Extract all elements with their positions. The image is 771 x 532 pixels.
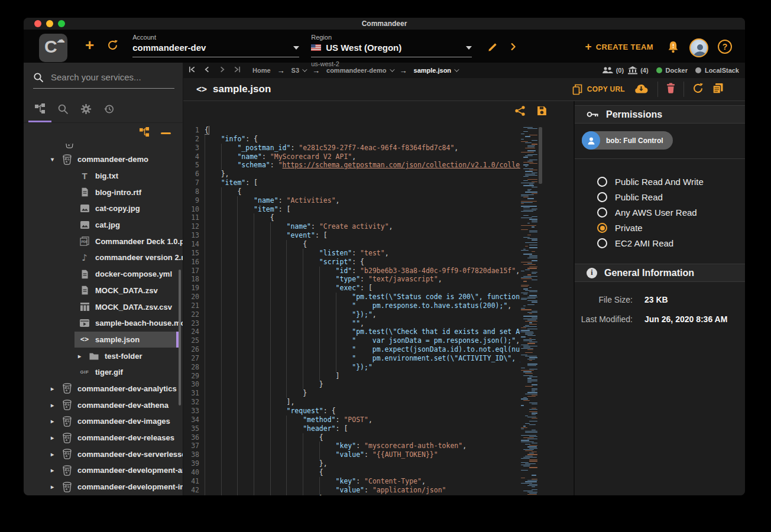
nav-forward-button[interactable] <box>218 65 226 76</box>
user-avatar[interactable] <box>689 38 708 57</box>
code-line[interactable]: " pm.expect(jsonData.id).to.not.eql(null… <box>205 345 520 354</box>
tree-item[interactable]: PDF Commandeer Deck 1.0.pdf <box>24 233 183 249</box>
code-line[interactable]: "script": { <box>205 258 520 267</box>
code-line[interactable]: { <box>205 213 520 222</box>
code-line[interactable]: "id": "b29be6b3-38a8-4d0c-9ff9-0f7820dae… <box>205 267 520 275</box>
radio-icon[interactable] <box>597 207 607 218</box>
code-line[interactable]: "request": { <box>205 407 520 416</box>
acl-option-any-aws-user-read[interactable]: Any AWS User Read <box>597 207 745 218</box>
tree-item[interactable]: ▸ commandeer-dev-images <box>24 413 183 430</box>
editor-body[interactable]: 1234567891011121314151617181920212223242… <box>183 122 574 495</box>
tree-item[interactable]: ▸ commandeer-development-analytic <box>24 462 183 479</box>
code-line[interactable]: "event": [ <box>205 231 520 240</box>
sidebar-scrollbar[interactable] <box>179 270 181 406</box>
code-line[interactable]: { <box>205 126 520 135</box>
create-team-button[interactable]: + CREATE TEAM <box>585 42 653 51</box>
next-region-button[interactable] <box>508 42 518 54</box>
radio-icon[interactable] <box>597 192 607 202</box>
nav-first-button[interactable] <box>188 65 197 76</box>
share-button[interactable] <box>514 105 526 119</box>
tree-item[interactable]: ▸ commandeer-development-images <box>24 479 183 495</box>
code-line[interactable]: "", <box>205 319 520 328</box>
help-button[interactable]: ? <box>718 40 732 54</box>
code-line[interactable]: "});", <box>205 310 520 319</box>
service-status-localstack[interactable]: LocalStack <box>695 67 739 74</box>
breadcrumb-item[interactable]: sample.json <box>414 67 458 74</box>
scrollbar-thumb[interactable] <box>539 127 542 184</box>
service-status-docker[interactable]: Docker <box>656 67 688 74</box>
tree-item[interactable]: ▸ test-folder <box>24 348 183 364</box>
delete-file-button[interactable] <box>666 83 675 96</box>
tree-item[interactable]: cat.jpg <box>24 217 183 233</box>
tree-item[interactable]: T big.txt <box>24 168 183 184</box>
duplicate-file-button[interactable] <box>712 83 724 96</box>
refresh-file-button[interactable] <box>692 83 704 96</box>
tree-item[interactable]: ▸ commandeer-dev-serverlessdeploy <box>24 446 183 462</box>
code-line[interactable]: { <box>205 433 520 442</box>
expander-right-icon[interactable]: ▸ <box>51 402 60 408</box>
code-content[interactable]: {"info": {"_postman_id": "e281c529-27f7-… <box>205 126 520 495</box>
code-line[interactable]: ] <box>205 372 520 381</box>
code-line[interactable]: { <box>205 468 520 477</box>
acl-option-public-read-and-write[interactable]: Public Read And Write <box>597 177 745 187</box>
nav-last-button[interactable] <box>232 65 241 76</box>
bank-icon-wrap[interactable]: (4) <box>628 66 648 74</box>
service-search[interactable] <box>33 72 174 89</box>
code-line[interactable]: "pm.test(\"Status code is 200\", functio… <box>205 293 520 301</box>
code-line[interactable]: "name": "Activities", <box>205 196 520 205</box>
tree-item[interactable]: ▸ commandeer-dev-analytics <box>24 381 183 397</box>
code-line[interactable]: "name": "MyScorecard V2 API", <box>205 153 520 161</box>
tree-item[interactable]: blog-intro.rtf <box>24 184 183 200</box>
expander-right-icon[interactable]: ▸ <box>51 451 60 458</box>
notifications-button[interactable] <box>666 40 680 56</box>
tree-item[interactable]: ▾ commandeer-demo <box>24 151 183 168</box>
code-line[interactable]: ], <box>205 398 520 407</box>
tree-item[interactable]: GIF tiger.gif <box>24 364 183 381</box>
expander-down-icon[interactable]: ▾ <box>51 156 60 163</box>
code-line[interactable]: " pm.environment.set(\"ACTIVITY_ID\", js… <box>205 354 520 363</box>
tree-item[interactable]: ♪ commandeer version 2.mp3 <box>24 249 183 266</box>
tree-item[interactable]: ▸ commandeer-dev-releases <box>24 430 183 446</box>
tree-item[interactable]: ▸ commandeer-dev-athena <box>24 397 183 413</box>
code-line[interactable]: }, <box>205 459 520 468</box>
tree-item-selected[interactable]: <> sample.json <box>24 332 183 348</box>
tree-item-partial[interactable] <box>24 144 183 151</box>
radio-icon[interactable] <box>597 223 607 233</box>
expander-right-icon[interactable]: ▸ <box>51 434 60 441</box>
code-line[interactable]: } <box>205 389 520 398</box>
breadcrumb-item[interactable]: Home <box>252 67 271 74</box>
collapse-all-button[interactable] <box>161 132 171 134</box>
code-line[interactable]: { <box>205 240 520 249</box>
code-line[interactable]: } <box>205 494 520 495</box>
code-line[interactable]: "key": "myscorecard-auth-token", <box>205 442 520 450</box>
code-line[interactable]: " pm.response.to.have.status(200);", <box>205 301 520 310</box>
code-line[interactable]: "info": { <box>205 135 520 144</box>
expander-right-icon[interactable]: ▸ <box>51 385 60 392</box>
tree-item[interactable]: sample-beach-house.mov <box>24 315 183 332</box>
breadcrumb-item[interactable]: S3 <box>291 67 306 74</box>
minimap[interactable] <box>520 126 538 495</box>
download-button[interactable] <box>633 83 649 96</box>
code-line[interactable]: "_postman_id": "e281c529-27f7-4eac-96f4-… <box>205 144 520 153</box>
copy-url-button[interactable]: COPY URL <box>572 84 625 95</box>
code-line[interactable]: "});" <box>205 363 520 372</box>
code-editor[interactable]: 1234567891011121314151617181920212223242… <box>183 101 574 495</box>
expander-right-icon[interactable]: ▸ <box>51 484 60 490</box>
code-line[interactable]: "pm.test(\"Check that id exists and set … <box>205 327 520 336</box>
tab-settings[interactable] <box>74 95 98 122</box>
users-icon-wrap[interactable]: (0) <box>602 67 624 74</box>
region-select[interactable]: Region US West (Oregon) us-west-2 <box>311 34 472 67</box>
expand-tree-button[interactable] <box>139 127 150 140</box>
tab-history[interactable] <box>98 95 121 122</box>
code-line[interactable]: "header": [ <box>205 424 520 433</box>
tree-item[interactable]: MOCK_DATA.zsv.csv <box>24 299 183 315</box>
tree-item[interactable]: cat-copy.jpg <box>24 200 183 217</box>
code-line[interactable]: "name": "Create activity", <box>205 222 520 231</box>
search-input[interactable] <box>50 72 174 83</box>
edit-region-button[interactable] <box>487 41 499 55</box>
owner-chip[interactable]: bob: Full Control <box>582 131 673 150</box>
code-line[interactable]: "value": "{{AUTH_TOKEN}}" <box>205 450 520 459</box>
code-line[interactable]: "item": [ <box>205 179 520 187</box>
code-line[interactable]: "method": "POST", <box>205 416 520 424</box>
code-line[interactable]: "key": "Content-Type", <box>205 477 520 486</box>
